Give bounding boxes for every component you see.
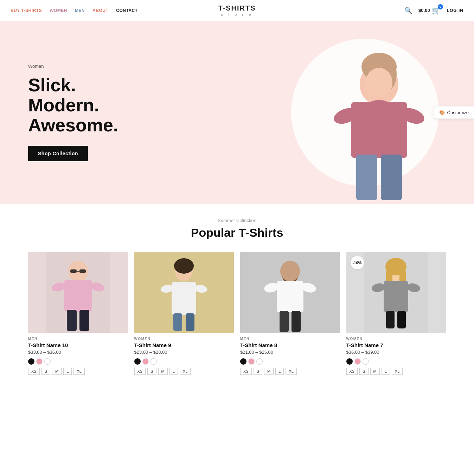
discount-badge-4: -10% bbox=[351, 256, 364, 269]
size-m-3[interactable]: M bbox=[264, 368, 274, 375]
product-image-1 bbox=[28, 252, 128, 333]
svg-rect-45 bbox=[386, 311, 395, 328]
svg-rect-27 bbox=[186, 313, 194, 331]
hero-title: Slick. Modern.Awesome. bbox=[28, 75, 120, 136]
size-s-3[interactable]: S bbox=[254, 368, 262, 375]
brand-logo[interactable]: T-SHIRTS s t o r e bbox=[218, 4, 256, 17]
product-placeholder-3 bbox=[240, 252, 340, 333]
svg-rect-35 bbox=[280, 311, 289, 332]
section-title: Popular T-Shirts bbox=[28, 226, 446, 240]
nav-buy-tshirts[interactable]: BUY T-SHIRTS bbox=[11, 8, 42, 13]
product-image-2 bbox=[134, 252, 234, 333]
svg-rect-36 bbox=[292, 311, 301, 332]
svg-point-22 bbox=[174, 258, 194, 274]
size-xl-4[interactable]: XL bbox=[392, 368, 403, 375]
customize-icon: 🎨 bbox=[439, 110, 445, 115]
product-price-3: $21.00 – $25.00 bbox=[240, 350, 340, 355]
size-xs-4[interactable]: XS bbox=[346, 368, 358, 375]
customize-button[interactable]: 🎨 Customize bbox=[434, 106, 474, 119]
nav-about[interactable]: ABOUT bbox=[92, 8, 108, 13]
main-nav: BUY T-SHIRTS WOMEN MEN ABOUT CONTACT T-S… bbox=[0, 0, 474, 21]
swatch-pink-3[interactable] bbox=[248, 358, 255, 365]
shop-collection-button[interactable]: Shop Collection bbox=[28, 146, 88, 161]
svg-rect-46 bbox=[397, 311, 406, 328]
nav-men[interactable]: MEN bbox=[75, 8, 85, 13]
swatch-black-1[interactable] bbox=[28, 358, 34, 365]
size-m-1[interactable]: M bbox=[52, 368, 62, 375]
nav-women[interactable]: WOMEN bbox=[50, 8, 67, 13]
search-icon[interactable]: 🔍 bbox=[404, 7, 412, 14]
swatch-white-3[interactable] bbox=[256, 358, 263, 365]
svg-rect-7 bbox=[356, 155, 377, 200]
size-options-1: XS S M L XL bbox=[28, 368, 128, 375]
svg-rect-8 bbox=[381, 155, 402, 200]
svg-rect-15 bbox=[67, 310, 77, 331]
products-section: Summer Collection Popular T-Shirts bbox=[0, 218, 474, 396]
hero-image-area bbox=[190, 21, 474, 204]
svg-rect-26 bbox=[173, 313, 182, 331]
cart-area[interactable]: $0.00 🛒 0 bbox=[418, 6, 441, 15]
product-price-1: $33.00 – $36.00 bbox=[28, 350, 128, 355]
size-s-1[interactable]: S bbox=[41, 368, 50, 375]
swatch-black-4[interactable] bbox=[346, 358, 353, 365]
products-grid: MEN T-Shirt Name 10 $33.00 – $36.00 XS S… bbox=[28, 252, 446, 375]
cart-badge: 0 bbox=[438, 4, 443, 9]
nav-actions: 🔍 $0.00 🛒 0 LOG IN bbox=[404, 6, 463, 15]
product-card-2[interactable]: WOMEN T-Shirt Name 9 $23.00 – $28.00 XS … bbox=[134, 252, 234, 375]
svg-rect-23 bbox=[172, 282, 196, 315]
swatch-black-2[interactable] bbox=[134, 358, 141, 365]
svg-point-31 bbox=[281, 263, 299, 281]
size-m-2[interactable]: M bbox=[158, 368, 168, 375]
size-s-2[interactable]: S bbox=[147, 368, 156, 375]
swatch-pink-1[interactable] bbox=[36, 358, 43, 365]
size-xl-3[interactable]: XL bbox=[286, 368, 296, 375]
size-xs-1[interactable]: XS bbox=[28, 368, 40, 375]
color-swatches-4 bbox=[346, 358, 446, 365]
svg-point-9 bbox=[369, 100, 389, 107]
product-price-2: $23.00 – $28.00 bbox=[134, 350, 234, 355]
svg-rect-12 bbox=[64, 280, 92, 312]
login-button[interactable]: LOG IN bbox=[447, 8, 463, 13]
swatch-white-1[interactable] bbox=[44, 358, 51, 365]
size-l-4[interactable]: L bbox=[382, 368, 390, 375]
product-card-4[interactable]: -10% bbox=[346, 252, 446, 375]
product-card-1[interactable]: MEN T-Shirt Name 10 $33.00 – $36.00 XS S… bbox=[28, 252, 128, 375]
size-xl-1[interactable]: XL bbox=[73, 368, 84, 375]
product-category-4: WOMEN bbox=[346, 337, 446, 341]
size-l-1[interactable]: L bbox=[63, 368, 72, 375]
product-category-3: MEN bbox=[240, 337, 340, 341]
size-xs-3[interactable]: XS bbox=[240, 368, 252, 375]
size-options-4: XS S M L XL bbox=[346, 368, 446, 375]
product-category-1: MEN bbox=[28, 337, 128, 341]
size-xl-2[interactable]: XL bbox=[180, 368, 191, 375]
size-l-2[interactable]: L bbox=[169, 368, 178, 375]
size-s-4[interactable]: S bbox=[359, 368, 368, 375]
size-l-3[interactable]: L bbox=[275, 368, 284, 375]
product-name-4[interactable]: T-Shirt Name 7 bbox=[346, 342, 446, 348]
brand-title: T-SHIRTS bbox=[218, 4, 256, 12]
product-price-4: $36.00 – $39.00 bbox=[346, 350, 446, 355]
product-placeholder-2 bbox=[134, 252, 234, 333]
svg-rect-16 bbox=[79, 310, 89, 331]
product-name-3[interactable]: T-Shirt Name 8 bbox=[240, 342, 340, 348]
nav-links: BUY T-SHIRTS WOMEN MEN ABOUT CONTACT bbox=[11, 8, 138, 13]
swatch-pink-2[interactable] bbox=[142, 358, 149, 365]
svg-point-3 bbox=[366, 68, 392, 97]
product-placeholder-1 bbox=[28, 252, 128, 333]
cart-price: $0.00 bbox=[418, 8, 430, 13]
size-m-4[interactable]: M bbox=[370, 368, 380, 375]
size-xs-2[interactable]: XS bbox=[134, 368, 146, 375]
product-name-2[interactable]: T-Shirt Name 9 bbox=[134, 342, 234, 348]
color-swatches-1 bbox=[28, 358, 128, 365]
hero-model-image bbox=[312, 21, 446, 204]
model-svg bbox=[323, 28, 435, 204]
nav-contact[interactable]: CONTACT bbox=[116, 8, 137, 13]
product-name-1[interactable]: T-Shirt Name 10 bbox=[28, 342, 128, 348]
brand-subtitle: s t o r e bbox=[218, 12, 256, 17]
swatch-white-4[interactable] bbox=[363, 358, 369, 365]
svg-rect-42 bbox=[384, 281, 408, 312]
product-card-3[interactable]: MEN T-Shirt Name 8 $21.00 – $25.00 XS S … bbox=[240, 252, 340, 375]
swatch-pink-4[interactable] bbox=[354, 358, 361, 365]
swatch-black-3[interactable] bbox=[240, 358, 246, 365]
swatch-white-2[interactable] bbox=[150, 358, 157, 365]
